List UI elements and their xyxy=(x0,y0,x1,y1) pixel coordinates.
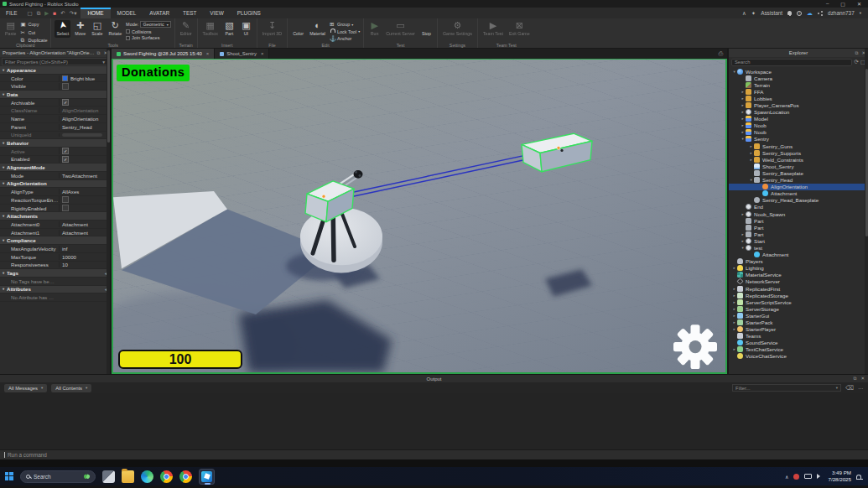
property-row[interactable]: No Tags have been added yet xyxy=(0,278,110,286)
tree-item[interactable]: ▸ ServerScriptService xyxy=(729,299,868,305)
expand-arrow[interactable]: ▸ xyxy=(731,327,737,331)
command-bar[interactable]: Run a command xyxy=(0,449,868,459)
expand-arrow[interactable]: ▸ xyxy=(731,320,737,324)
tree-item[interactable]: Camera xyxy=(729,75,868,81)
rotate-tool-button[interactable]: Rotate xyxy=(107,20,123,38)
assistant-button[interactable]: Assistant xyxy=(761,10,782,16)
property-row[interactable]: ▾ AlignOrientation xyxy=(0,180,110,189)
paste-button[interactable]: Paste xyxy=(3,20,18,38)
tree-item[interactable]: ▸ StarterPack xyxy=(729,319,868,325)
tray-expand-icon[interactable]: ∧ xyxy=(785,474,788,480)
lock-tool-button[interactable]: Lock Tool▾ xyxy=(330,29,360,34)
property-value[interactable]: inf xyxy=(59,246,102,252)
roblox-studio-taskbar-button[interactable] xyxy=(199,469,215,485)
tree-item[interactable]: ▸ SpawnLocation xyxy=(729,109,868,116)
play-icon[interactable]: ▶ xyxy=(44,10,49,17)
property-row[interactable]: ▾ AlignmentMode xyxy=(0,164,110,172)
tree-item[interactable]: Attachment xyxy=(729,252,868,258)
property-row[interactable]: ▾ Attachments xyxy=(0,212,110,221)
expand-arrow[interactable]: ▸ xyxy=(731,307,737,311)
tree-item[interactable]: VoiceChatService xyxy=(729,353,868,360)
property-value[interactable]: 10 xyxy=(59,262,102,267)
property-value[interactable]: Attachment xyxy=(59,221,102,227)
tree-item[interactable]: Shoot_Sentry xyxy=(729,163,868,169)
close-tab-icon[interactable]: × xyxy=(206,51,209,56)
file-menu[interactable]: FILE xyxy=(0,8,23,18)
collapse-ribbon-icon[interactable]: ∧ xyxy=(742,10,746,17)
color-button[interactable]: Color xyxy=(291,20,305,38)
tree-item[interactable]: ▸ ReplicatedFirst xyxy=(729,285,868,292)
account-menu[interactable]: dzhann737 xyxy=(828,10,855,16)
start-button[interactable] xyxy=(5,472,13,480)
tree-item[interactable]: ▸ Noob_Spawn xyxy=(729,210,868,217)
move-tool-button[interactable]: Move xyxy=(73,20,87,38)
tree-item[interactable]: AlignOrientation xyxy=(729,184,868,190)
property-row[interactable]: ▾ Appearance xyxy=(0,66,110,75)
account-dropdown-icon[interactable]: ▾ xyxy=(860,11,861,15)
copy-button[interactable]: Copy xyxy=(21,21,48,28)
open-file-icon[interactable]: ⧉ xyxy=(37,10,41,17)
explorer-scrollbar[interactable] xyxy=(865,49,868,374)
maximize-button[interactable]: ▢ xyxy=(840,1,845,7)
property-row[interactable]: MaxAngularVelocity inf xyxy=(0,245,110,253)
tab-home[interactable]: HOME xyxy=(81,8,110,18)
close-button[interactable]: ✕ xyxy=(857,1,861,7)
expand-arrow[interactable]: ▸ xyxy=(748,144,754,148)
tree-item[interactable]: ▸ Noob xyxy=(729,129,868,136)
attachment0-marker[interactable] xyxy=(322,195,325,198)
anchor-button[interactable]: Anchor xyxy=(330,35,360,42)
tree-item[interactable]: Teams xyxy=(729,333,868,340)
expand-arrow[interactable]: ▸ xyxy=(740,96,746,101)
tree-item[interactable]: Sentry_Head_Baseplate xyxy=(729,197,868,204)
filter-properties-input[interactable]: Filter Properties (Ctrl+Shift+P)▾ xyxy=(2,58,108,65)
tree-item[interactable]: ▾ test xyxy=(729,244,868,251)
new-file-icon[interactable]: ▢ xyxy=(28,10,33,17)
property-value[interactable]: Bright blue xyxy=(59,75,102,81)
cut-button[interactable]: Cut xyxy=(21,29,48,36)
property-value[interactable]: AlignOrientation xyxy=(59,107,102,113)
part-button[interactable]: Part xyxy=(222,20,236,38)
expand-arrow[interactable]: ▸ xyxy=(740,239,746,243)
join-surfaces-toggle[interactable]: Join Surfaces xyxy=(126,35,171,40)
property-row[interactable]: Name AlignOrientation xyxy=(0,115,110,123)
expand-arrow[interactable]: ▸ xyxy=(748,151,754,155)
share-icon[interactable] xyxy=(818,11,823,16)
property-value[interactable] xyxy=(59,148,102,154)
property-row[interactable]: ▾ Tags + xyxy=(0,269,110,278)
section-arrow[interactable]: ▾ xyxy=(0,214,7,218)
minimize-button[interactable]: – xyxy=(826,1,829,7)
property-row[interactable]: RigidityEnabled xyxy=(0,205,110,213)
material-button[interactable]: Material xyxy=(308,20,327,38)
section-arrow[interactable]: ▾ xyxy=(0,92,7,96)
expand-arrow[interactable]: ▸ xyxy=(740,103,746,107)
property-value[interactable] xyxy=(59,156,102,163)
explorer-search-input[interactable]: Search xyxy=(731,59,852,66)
property-row[interactable]: Active xyxy=(0,148,110,156)
property-row[interactable]: MaxTorque 10000 xyxy=(0,253,110,262)
tree-item[interactable]: ▾ Sentry_Head xyxy=(729,177,868,184)
property-value[interactable] xyxy=(59,133,102,137)
property-value[interactable] xyxy=(59,196,102,203)
property-value[interactable]: AllAxes xyxy=(59,189,102,195)
collisions-toggle[interactable]: Collisions xyxy=(126,29,171,34)
property-row[interactable]: Mode TwoAttachment xyxy=(0,172,110,180)
section-arrow[interactable]: ▾ xyxy=(0,68,7,72)
tree-item[interactable]: ▸ Lobbies xyxy=(729,95,868,101)
expand-arrow[interactable]: ▸ xyxy=(740,130,746,134)
tree-item[interactable]: ▸ StarterGui xyxy=(729,312,868,319)
property-row[interactable]: Visible xyxy=(0,82,110,91)
tree-item[interactable]: ▸ Start xyxy=(729,237,868,244)
property-row[interactable]: AlignType AllAxes xyxy=(0,188,110,196)
expand-arrow[interactable]: ▸ xyxy=(740,212,746,216)
property-row[interactable]: Attachment0 Attachment xyxy=(0,221,110,229)
tab-model[interactable]: MODEL xyxy=(111,8,143,18)
tree-item[interactable]: Attachment xyxy=(729,190,868,197)
filter-dropdown-icon[interactable]: ▾ xyxy=(102,60,105,65)
select-tool-button[interactable]: Select xyxy=(55,20,70,38)
property-row[interactable]: Attachment1 Attachment xyxy=(0,229,110,237)
attachment1-marker[interactable] xyxy=(557,146,560,149)
tree-item[interactable]: Terrain xyxy=(729,81,868,88)
property-row[interactable]: ▾ Behavior xyxy=(0,139,110,148)
expand-arrow[interactable]: ▸ xyxy=(740,232,746,236)
float-panel-icon[interactable]: ⧉ xyxy=(96,50,100,56)
